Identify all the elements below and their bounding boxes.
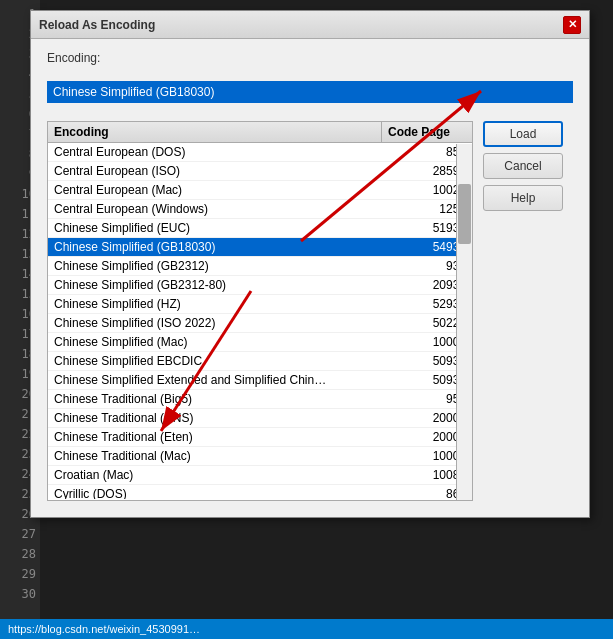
load-button[interactable]: Load (483, 121, 563, 147)
header-encoding: Encoding (48, 122, 382, 142)
encoding-cell: Chinese Simplified EBCDIC (48, 352, 382, 370)
encoding-cell: Chinese Traditional (CNS) (48, 409, 382, 427)
table-row[interactable]: Chinese Simplified EBCDIC50936 (48, 352, 472, 371)
table-row[interactable]: Chinese Traditional (Big5)950 (48, 390, 472, 409)
encoding-cell: Central European (ISO) (48, 162, 382, 180)
dialog-body: Encoding: Encoding Code Page Central Eur… (31, 39, 589, 517)
encoding-input[interactable] (47, 81, 573, 103)
table-row[interactable]: Chinese Simplified (GB2312)936 (48, 257, 472, 276)
encoding-cell: Chinese Simplified (EUC) (48, 219, 382, 237)
table-row[interactable]: Central European (ISO)28592 (48, 162, 472, 181)
buttons-area: Load Cancel Help (483, 121, 573, 501)
encoding-cell: Central European (Mac) (48, 181, 382, 199)
dialog-titlebar: Reload As Encoding ✕ (31, 11, 589, 39)
table-row[interactable]: Central European (DOS)852 (48, 143, 472, 162)
encoding-list: Encoding Code Page Central European (DOS… (47, 121, 473, 501)
table-row[interactable]: Chinese Simplified (GB2312-80)20936 (48, 276, 472, 295)
encoding-label: Encoding: (47, 51, 100, 65)
table-row[interactable]: Chinese Simplified Extended and Simplifi… (48, 371, 472, 390)
statusbar: https://blog.csdn.net/weixin_4530991… (0, 619, 613, 639)
scrollbar-track[interactable] (456, 144, 472, 500)
table-row[interactable]: Chinese Simplified (Mac)10008 (48, 333, 472, 352)
table-row[interactable]: Chinese Simplified (ISO 2022)50227 (48, 314, 472, 333)
list-header: Encoding Code Page (48, 122, 472, 143)
help-button[interactable]: Help (483, 185, 563, 211)
encoding-cell: Chinese Simplified (GB2312) (48, 257, 382, 275)
close-button[interactable]: ✕ (563, 16, 581, 34)
encoding-cell: Central European (Windows) (48, 200, 382, 218)
encoding-cell: Chinese Simplified (HZ) (48, 295, 382, 313)
encoding-cell: Chinese Simplified (Mac) (48, 333, 382, 351)
cancel-button[interactable]: Cancel (483, 153, 563, 179)
reload-encoding-dialog: Reload As Encoding ✕ Encoding: Encoding … (30, 10, 590, 518)
table-row[interactable]: Croatian (Mac)10082 (48, 466, 472, 485)
encoding-cell: Chinese Traditional (Big5) (48, 390, 382, 408)
encoding-cell: Chinese Simplified (GB2312-80) (48, 276, 382, 294)
table-row[interactable]: Central European (Mac)10029 (48, 181, 472, 200)
table-row[interactable]: Chinese Simplified (EUC)51936 (48, 219, 472, 238)
dialog-title: Reload As Encoding (39, 18, 155, 32)
header-codepage: Code Page (382, 122, 472, 142)
encoding-cell: Chinese Traditional (Eten) (48, 428, 382, 446)
encoding-cell: Chinese Traditional (Mac) (48, 447, 382, 465)
statusbar-text: https://blog.csdn.net/weixin_4530991… (8, 623, 200, 635)
encoding-cell: Cyrillic (DOS) (48, 485, 382, 499)
encoding-cell: Croatian (Mac) (48, 466, 382, 484)
encoding-cell: Chinese Simplified Extended and Simplifi… (48, 371, 382, 389)
table-row[interactable]: Chinese Traditional (Mac)10002 (48, 447, 472, 466)
table-row[interactable]: Chinese Simplified (HZ)52936 (48, 295, 472, 314)
encoding-cell: Central European (DOS) (48, 143, 382, 161)
encoding-cell: Chinese Simplified (GB18030) (48, 238, 382, 256)
table-row[interactable]: Chinese Traditional (Eten)20002 (48, 428, 472, 447)
list-body[interactable]: Central European (DOS)852Central Europea… (48, 143, 472, 499)
encoding-cell: Chinese Simplified (ISO 2022) (48, 314, 382, 332)
table-row[interactable]: Central European (Windows)1250 (48, 200, 472, 219)
table-row[interactable]: Chinese Traditional (CNS)20000 (48, 409, 472, 428)
table-row[interactable]: Chinese Simplified (GB18030)54936 (48, 238, 472, 257)
scrollbar-thumb (458, 184, 471, 244)
table-row[interactable]: Cyrillic (DOS)866 (48, 485, 472, 499)
